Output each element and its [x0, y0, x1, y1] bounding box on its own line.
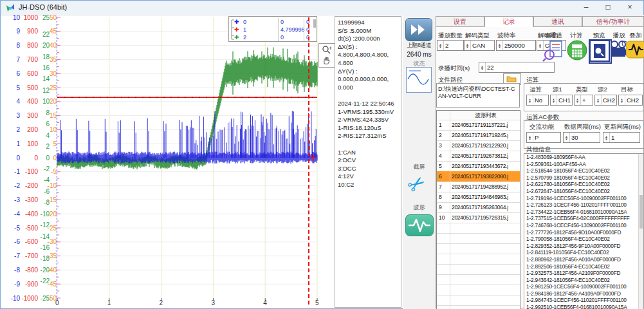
other-info-row[interactable]: 1-2.672847-181056F4-EC10C40E02	[524, 188, 643, 195]
screenshot-scissors-icon[interactable]: ✂	[403, 169, 431, 200]
tab-3[interactable]: 通讯	[533, 16, 582, 27]
tab-4[interactable]: 信号/功率计	[582, 16, 644, 27]
waveform-list-row[interactable]: 12024051717191137221.j	[437, 120, 520, 131]
field-stepper[interactable]: ▲▼CAN	[464, 40, 495, 51]
group-stepper[interactable]: ▲▼P	[526, 132, 561, 143]
stepper-arrows-icon[interactable]: ▲▼	[497, 41, 503, 50]
group-value[interactable]: CH2	[625, 95, 642, 105]
other-info-row[interactable]: 1-2.984186-1812F456-A4109A0F0000FD	[524, 290, 643, 297]
field-value[interactable]: 2	[444, 41, 463, 50]
group-value[interactable]: 30	[570, 133, 600, 142]
close-button[interactable]: ×	[619, 1, 641, 15]
maximize-button[interactable]: □	[597, 1, 619, 15]
field-value[interactable]: 250000	[503, 41, 535, 50]
stepper-arrows-icon[interactable]: ▲▼	[479, 62, 486, 72]
group-value[interactable]: P	[533, 133, 560, 142]
other-info-row[interactable]: 1-2.892506-181056F4-EC10C40E02	[524, 263, 643, 270]
group-value[interactable]: +	[581, 95, 593, 105]
field-stepper[interactable]: ▲▼250000	[496, 40, 536, 51]
fast-forward-button[interactable]	[405, 18, 432, 41]
waveform-list-row[interactable]: 32024051717192122920.j	[437, 140, 520, 151]
legend-row[interactable]: ✚200	[229, 33, 317, 41]
other-info-row[interactable]: 1-2.992510-1CEB56F4-016810010090A15A	[524, 304, 643, 309]
stepper-arrows-icon[interactable]: ▲▼	[527, 133, 533, 142]
calculate-icon[interactable]	[567, 40, 589, 63]
field-value[interactable]: CAN	[471, 41, 494, 50]
info-line: 1-VRMS:195.330mV	[338, 108, 401, 117]
info-line	[338, 91, 401, 100]
waveform-button[interactable]	[405, 214, 434, 236]
stepper-arrows-icon[interactable]: ▲▼	[551, 95, 557, 105]
waveform-list-row[interactable]: 102024051717195726315.j	[437, 212, 520, 223]
legend-row[interactable]: ✚34.7999980	[229, 41, 317, 42]
other-info-row[interactable]: 1-2.841119-181056F4-EC10C40E02	[524, 249, 643, 256]
stepper-arrows-icon[interactable]: ▲▼	[595, 95, 602, 105]
stepper-arrows-icon[interactable]: ▲▼	[465, 41, 471, 50]
other-info-row[interactable]: 1-2.932573-1812F456-A2109F0F0000FD	[524, 270, 643, 277]
group-stepper[interactable]: ▲▼CH2	[594, 95, 617, 106]
other-info-row[interactable]: 1-2.981250-1CEC56F4-10090002FF001100	[524, 283, 643, 290]
legend-row[interactable]: ✚000	[229, 18, 317, 26]
other-info-scrollbar[interactable]	[638, 154, 643, 309]
waveform-list-row[interactable]: 92024051717195263064.j	[437, 202, 520, 213]
preview-icon[interactable]	[589, 40, 611, 63]
group-value[interactable]: CH2	[602, 95, 616, 105]
group-stepper[interactable]: ▲▼+	[574, 95, 593, 106]
group-stepper[interactable]: ▲▼30	[563, 132, 600, 143]
waveform-list-row[interactable]: 82024051717194846983.j	[437, 192, 520, 203]
overlay-icon[interactable]	[626, 40, 644, 63]
legend-scrollbar[interactable]	[313, 19, 316, 28]
other-info-row[interactable]: 1-2.719194-1CEC56F4-10090002FF001100	[524, 195, 643, 202]
zoom-in-icon[interactable]: +	[322, 45, 332, 55]
waveform-list-row[interactable]: 62024051717193822080.j	[437, 171, 520, 182]
other-info-row[interactable]: 1-2.483069-180956F4-AA	[524, 154, 643, 161]
stepper-arrows-icon[interactable]: ▲▼	[619, 95, 625, 105]
waveform-list-row[interactable]: 42024051717192673812.j	[437, 151, 520, 162]
stepper-arrows-icon[interactable]: ▲▼	[564, 133, 570, 142]
cursor-vertical-blue[interactable]	[57, 17, 57, 301]
group-stepper[interactable]: ▲▼No	[526, 95, 549, 106]
x-axis-tick-label: 4	[263, 299, 267, 306]
other-info-row[interactable]: 1-2.737515-1CEB56F4-02C800FFFFFFFFFF	[524, 215, 643, 222]
stepper-arrows-icon[interactable]: ▲▼	[603, 133, 610, 142]
other-info-row[interactable]: 1-2.734422-1CEB56F4-016810010090A15A	[524, 209, 643, 216]
other-info-row[interactable]: 1-2.746768-1CECF456-13090002FF001100	[524, 222, 643, 229]
tab-2[interactable]: 记录	[484, 16, 533, 27]
other-info-row[interactable]: 1-2.829352-1812F456-9F10A00F0000FD	[524, 243, 643, 250]
other-info-row[interactable]: 1-2.570799-181056F4-EC10C40E02	[524, 174, 643, 182]
stepper-arrows-icon[interactable]: ▲▼	[575, 95, 581, 105]
group-value[interactable]: CH1	[557, 95, 572, 105]
other-info-row[interactable]: 1-2.518544-181056F4-EC10C40E02	[524, 167, 643, 174]
other-info-row[interactable]: 1-2.984743-1CECF456-110201FFFF001100	[524, 297, 643, 304]
waveform-list-row[interactable]: 22024051717191719245.j	[437, 130, 520, 141]
decode-icon[interactable]	[542, 40, 564, 63]
stepper-arrows-icon[interactable]: ▲▼	[437, 41, 444, 50]
cursor-vertical-red[interactable]	[308, 17, 309, 304]
minimize-button[interactable]: –	[575, 1, 597, 15]
stepper-arrows-icon[interactable]: ▲▼	[527, 95, 533, 105]
group-stepper[interactable]: ▲▼CH2	[618, 95, 643, 106]
group-column-header: 类型	[576, 86, 588, 94]
file-path-value[interactable]: D:\快速访问资料\DCCTEST-CAN-VOLT-CURR	[436, 83, 520, 108]
group-stepper[interactable]: ▲▼1	[603, 132, 640, 143]
tab-1[interactable]: 设置	[436, 16, 484, 27]
waveform-list-row[interactable]: 72024051717194288952.j	[437, 182, 520, 192]
other-info-row[interactable]: 1-2.726123-1CECF456-110201FFFF001100	[524, 201, 643, 209]
status-thumbnail[interactable]	[406, 67, 432, 93]
other-info-row[interactable]: 1-2.943642-181056F4-EC10C40E02	[524, 277, 643, 284]
info-line: 0.000	[338, 84, 401, 92]
group-value[interactable]: No	[533, 95, 548, 105]
waveform-list-row[interactable]: 52024051717193443672.j	[437, 161, 520, 172]
pan-hand-icon[interactable]	[322, 56, 331, 65]
other-info-row[interactable]: 1-2.509361-100AF456-AA	[524, 161, 643, 168]
field-stepper[interactable]: ▲▼2	[437, 40, 464, 51]
group-stepper[interactable]: ▲▼CH1	[550, 95, 573, 106]
record-time-stepper[interactable]: ▲▼ 22	[479, 62, 555, 73]
other-info-row[interactable]: 1-2.621780-181056F4-EC10C40E02	[524, 181, 643, 188]
group-value[interactable]: 1	[610, 133, 639, 142]
legend-row[interactable]: ✚14.7999980	[229, 26, 317, 33]
mid-toolbar: 上翻8通道 2640 ms 状态 截屏 ✂ 波形	[403, 15, 436, 309]
other-info-row[interactable]: 1-2.880962-1812F456-A010A00F0000FD	[524, 256, 643, 263]
other-info-row[interactable]: 1-2.790058-181056F4-EC10C40E02	[524, 236, 643, 243]
other-info-row[interactable]: 1-2.777726-1812F456-9D10A00F0000FD	[524, 229, 643, 236]
